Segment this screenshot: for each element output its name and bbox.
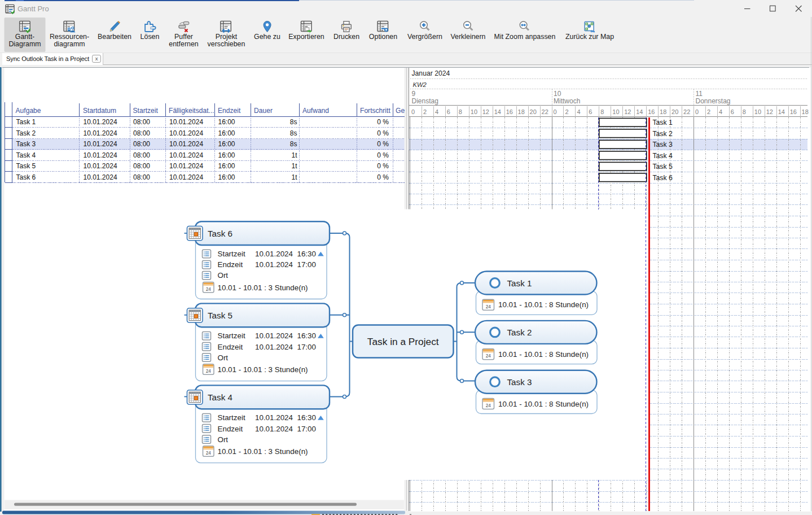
svg-text:Task 6: Task 6: [16, 173, 36, 181]
svg-text:10.01 - 10.01 : 8 Stunde(n): 10.01 - 10.01 : 8 Stunde(n): [498, 400, 589, 408]
svg-text:14: 14: [636, 108, 643, 115]
svg-text:10: 10: [554, 90, 561, 98]
svg-text:08:00: 08:00: [133, 118, 150, 126]
svg-text:Task 2: Task 2: [16, 129, 36, 137]
svg-text:2: 2: [565, 108, 568, 115]
svg-text:10.01.2024: 10.01.2024: [169, 129, 203, 137]
svg-text:Task 4: Task 4: [16, 151, 36, 159]
svg-text:0 %: 0 %: [377, 129, 389, 137]
svg-text:10: 10: [612, 108, 619, 115]
svg-text:24: 24: [486, 304, 491, 309]
svg-text:10.01 - 10.01 : 3 Stunde(n): 10.01 - 10.01 : 3 Stunde(n): [218, 365, 308, 374]
svg-text:Dauer: Dauer: [254, 107, 273, 115]
svg-text:12: 12: [766, 108, 773, 115]
svg-text:8: 8: [459, 108, 462, 115]
svg-text:1t: 1t: [291, 151, 297, 159]
svg-text:16:00: 16:00: [218, 162, 235, 170]
svg-text:Task 5: Task 5: [208, 311, 232, 320]
svg-text:10.01 - 10.01 : 3 Stunde(n): 10.01 - 10.01 : 3 Stunde(n): [218, 447, 308, 456]
svg-text:18: 18: [802, 108, 809, 115]
svg-text:Endzeit: Endzeit: [218, 343, 243, 351]
svg-text:Aufwand: Aufwand: [302, 107, 329, 115]
svg-text:Dienstag: Dienstag: [412, 97, 438, 105]
svg-text:10.01.2024 17:00: 10.01.2024 17:00: [255, 343, 316, 351]
svg-text:18: 18: [660, 108, 666, 115]
svg-text:10.01 - 10.01 : 3 Stunde(n): 10.01 - 10.01 : 3 Stunde(n): [218, 283, 308, 292]
svg-text:6: 6: [731, 108, 734, 115]
svg-text:24: 24: [486, 353, 491, 359]
svg-text:08:00: 08:00: [133, 162, 150, 170]
svg-text:Task 1: Task 1: [507, 278, 532, 288]
svg-text:6: 6: [447, 108, 450, 115]
svg-text:10.01 - 10.01 : 8 Stunde(n): 10.01 - 10.01 : 8 Stunde(n): [498, 300, 589, 309]
svg-text:16: 16: [790, 108, 797, 115]
svg-text:Task 2: Task 2: [507, 328, 532, 337]
svg-text:Startzeit: Startzeit: [133, 107, 159, 115]
svg-text:Startzeit: Startzeit: [218, 331, 245, 340]
svg-text:10: 10: [471, 108, 477, 115]
svg-text:0 %: 0 %: [377, 173, 389, 181]
svg-text:10.01.2024: 10.01.2024: [169, 140, 203, 148]
svg-text:10.01.2024: 10.01.2024: [169, 118, 203, 126]
svg-text:Task 6: Task 6: [208, 229, 232, 238]
svg-text:0: 0: [554, 108, 557, 115]
svg-text:8s: 8s: [290, 140, 297, 148]
svg-text:10.01.2024 16:30: 10.01.2024 16:30: [255, 250, 316, 258]
svg-text:0: 0: [411, 108, 415, 115]
svg-text:14: 14: [778, 108, 785, 115]
svg-text:Aufgabe: Aufgabe: [16, 107, 41, 115]
svg-text:Task 3: Task 3: [507, 377, 532, 387]
svg-text:14: 14: [494, 108, 501, 115]
svg-text:10.01.2024: 10.01.2024: [84, 118, 117, 126]
svg-text:Task 5: Task 5: [16, 162, 36, 170]
svg-text:16:00: 16:00: [218, 118, 235, 126]
svg-text:16:00: 16:00: [218, 151, 235, 159]
svg-text:Fortschritt: Fortschritt: [360, 107, 390, 115]
svg-text:Donnerstag: Donnerstag: [696, 97, 731, 105]
svg-text:24: 24: [486, 403, 491, 408]
svg-text:0 %: 0 %: [377, 118, 389, 126]
svg-text:4: 4: [577, 108, 580, 115]
svg-text:16:00: 16:00: [218, 129, 235, 137]
svg-text:24: 24: [206, 369, 212, 374]
svg-text:0 %: 0 %: [377, 162, 389, 170]
svg-text:0 %: 0 %: [377, 151, 389, 159]
svg-text:Ge: Ge: [396, 107, 405, 115]
svg-text:24: 24: [206, 287, 212, 292]
svg-text:10.01.2024: 10.01.2024: [84, 162, 117, 170]
svg-text:16:00: 16:00: [218, 140, 235, 148]
svg-text:6: 6: [589, 108, 592, 115]
svg-text:Ort: Ort: [218, 435, 229, 444]
svg-text:Endzeit: Endzeit: [218, 260, 243, 269]
svg-text:Task in a Project: Task in a Project: [367, 336, 439, 347]
svg-text:Endzeit: Endzeit: [218, 107, 241, 115]
svg-text:Januar 2024: Januar 2024: [412, 69, 450, 77]
svg-text:8s: 8s: [290, 129, 297, 137]
svg-text:Task 4: Task 4: [653, 152, 673, 160]
svg-text:16: 16: [648, 108, 655, 115]
svg-text:10.01.2024: 10.01.2024: [169, 173, 203, 181]
svg-text:Ort: Ort: [218, 271, 229, 280]
svg-text:10.01 - 10.01 : 8 Stunde(n): 10.01 - 10.01 : 8 Stunde(n): [498, 350, 589, 359]
svg-text:10.01.2024: 10.01.2024: [84, 173, 117, 181]
svg-text:1t: 1t: [291, 162, 297, 170]
svg-text:10.01.2024: 10.01.2024: [169, 151, 203, 159]
svg-text:10.01.2024 17:00: 10.01.2024 17:00: [255, 260, 316, 269]
svg-text:16:00: 16:00: [218, 173, 235, 181]
svg-text:2: 2: [707, 108, 710, 115]
svg-text:Startzeit: Startzeit: [218, 413, 245, 422]
svg-text:8: 8: [600, 108, 604, 115]
svg-text:10.01.2024: 10.01.2024: [84, 140, 117, 148]
svg-text:Task 4: Task 4: [208, 392, 232, 402]
svg-text:22: 22: [683, 108, 690, 115]
svg-text:10.01.2024 16:30: 10.01.2024 16:30: [255, 413, 316, 422]
svg-text:22: 22: [542, 108, 548, 115]
svg-text:4: 4: [719, 108, 722, 115]
svg-text:18: 18: [518, 108, 525, 115]
svg-text:0 %: 0 %: [377, 140, 389, 148]
svg-text:Task 5: Task 5: [653, 163, 673, 171]
svg-text:Task 2: Task 2: [653, 130, 673, 138]
svg-text:4: 4: [435, 108, 438, 115]
svg-text:Task 1: Task 1: [653, 119, 673, 126]
svg-text:Ort: Ort: [218, 353, 229, 362]
